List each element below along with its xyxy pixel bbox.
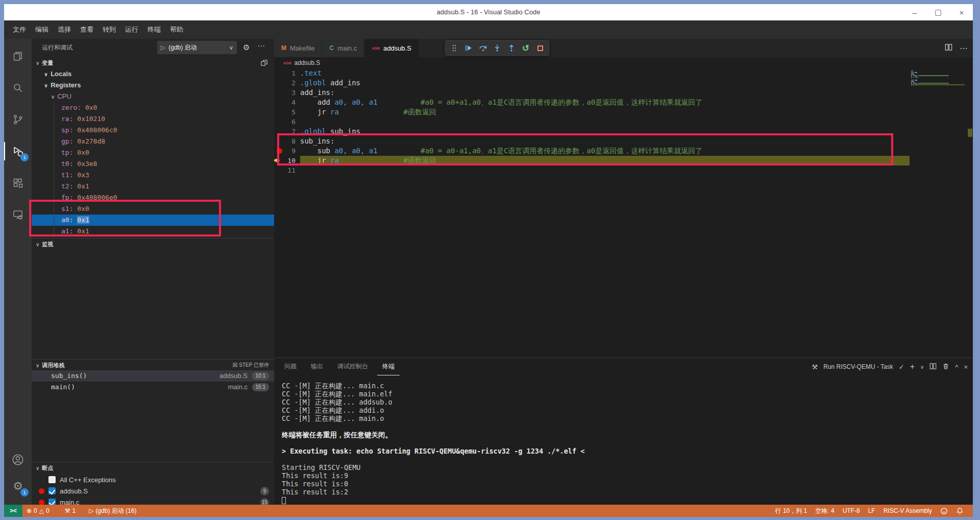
title-bar[interactable]: addsub.S - 16 - Visual Studio Code – ▢ × — [4, 4, 973, 20]
code-line[interactable]: 6 — [274, 117, 910, 127]
code-line[interactable]: 2.globl add_ins — [274, 78, 910, 88]
register-row[interactable]: a1: 0x1 — [32, 226, 274, 237]
stack-frame-row[interactable]: main()main.c15:1 — [32, 382, 274, 393]
minimap[interactable] — [911, 70, 965, 87]
menu-item[interactable]: 查看 — [76, 20, 98, 39]
menu-item[interactable]: 运行 — [120, 20, 143, 39]
launch-config-dropdown[interactable]: ▷ (gdb) 启动 ∨ — [157, 41, 237, 54]
registers-tree-item[interactable]: ∨Registers — [32, 80, 274, 91]
maximize-panel-icon[interactable]: ^ — [955, 363, 958, 371]
tab-main-c[interactable]: Cmain.c — [322, 39, 364, 57]
code-line[interactable]: 10 jr ra #函数返回 — [274, 156, 910, 166]
encoding-status[interactable]: UTF-8 — [839, 505, 864, 517]
editor-gutter[interactable]: 2 — [274, 78, 300, 88]
tab-makefile[interactable]: MMakefile — [274, 39, 322, 57]
register-row[interactable]: gp: 0x278d8 — [32, 136, 274, 147]
restart-icon[interactable]: ↺ — [520, 42, 531, 54]
editor-gutter[interactable]: 1 — [274, 68, 300, 78]
step-out-icon[interactable] — [506, 42, 517, 54]
menu-item[interactable]: 终端 — [143, 20, 165, 39]
run-debug-icon[interactable]: 1 — [4, 139, 32, 163]
breakpoint-row[interactable]: main.c15 — [32, 497, 274, 505]
more-actions-icon[interactable]: ⋯ — [257, 41, 265, 51]
call-stack-section-header[interactable]: ∨调用堆栈 因 STEP 已暂停 — [32, 359, 274, 370]
cpu-tree-item[interactable]: ∨CPU — [32, 91, 274, 102]
editor-gutter[interactable]: 8 — [274, 136, 300, 146]
register-row[interactable]: fp: 0x408006e0 — [32, 192, 274, 203]
register-row[interactable]: t0: 0x3e8 — [32, 158, 274, 170]
split-editor-icon[interactable] — [945, 43, 952, 53]
editor-gutter[interactable]: 5 — [274, 107, 300, 117]
locals-tree-item[interactable]: ∨Locals — [32, 68, 274, 80]
terminal-output[interactable]: CC -[M] 正在构建... main.cCC -[M] 正在构建... ma… — [282, 382, 963, 505]
split-terminal-icon[interactable] — [929, 363, 937, 371]
terminal-task-label[interactable]: Run RISCV-QEMU - Task — [823, 363, 893, 370]
language-mode-status[interactable]: RISC-V Assembly — [879, 505, 936, 517]
tasks-status[interactable]: ⚒1 — [61, 505, 80, 517]
minimize-icon[interactable]: – — [911, 8, 919, 17]
maximize-icon[interactable]: ▢ — [934, 8, 942, 17]
source-control-icon[interactable] — [4, 107, 32, 132]
code-line[interactable]: 9 sub a0, a0, a1 #a0 = a0-a1,a0、a1是C语言调用… — [274, 146, 910, 156]
register-row[interactable]: tp: 0x0 — [32, 147, 274, 158]
close-panel-icon[interactable]: × — [964, 363, 968, 371]
indentation-status[interactable]: 空格: 4 — [811, 505, 838, 517]
menu-item[interactable]: 文件 — [8, 20, 31, 39]
continue-icon[interactable] — [463, 42, 474, 54]
breakpoint-icon[interactable] — [277, 148, 282, 154]
menu-item[interactable]: 帮助 — [165, 20, 188, 39]
new-terminal-icon[interactable]: + — [910, 362, 915, 371]
eol-status[interactable]: LF — [864, 505, 879, 517]
editor-gutter[interactable]: 6 — [274, 117, 300, 127]
watch-section-header[interactable]: ∨监视 — [32, 238, 274, 249]
breadcrumb[interactable]: ASM addsub.S — [274, 57, 973, 68]
code-line[interactable]: 3add_ins: — [274, 88, 910, 98]
problems-status[interactable]: ⊗0 △0 — [22, 505, 54, 517]
more-actions-icon[interactable]: ⋯ — [960, 43, 968, 53]
panel-tab-终端[interactable]: 终端 — [377, 358, 400, 375]
register-row[interactable]: sp: 0x408006c0 — [32, 125, 274, 136]
register-row[interactable]: ra: 0x10210 — [32, 113, 274, 125]
editor-gutter[interactable]: 4 — [274, 98, 300, 107]
code-line[interactable]: 4 add a0, a0, a1 #a0 = a0+a1,a0、a1是C语言调用… — [274, 98, 910, 107]
code-line[interactable]: 1.text — [274, 68, 910, 78]
cursor-position[interactable]: 行 10，列 1 — [771, 505, 812, 517]
register-row[interactable]: a0: 0x1 — [32, 215, 274, 226]
stop-icon[interactable] — [534, 42, 546, 54]
panel-tab-调试控制台[interactable]: 调试控制台 — [332, 358, 373, 375]
search-icon[interactable] — [4, 76, 32, 100]
remote-explorer-icon[interactable] — [4, 202, 32, 227]
editor-gutter[interactable]: 7 — [274, 127, 300, 136]
code-line[interactable]: 8sub_ins: — [274, 136, 910, 146]
breakpoint-row[interactable]: All C++ Exceptions — [32, 474, 274, 485]
breakpoints-section-header[interactable]: ∨断点 — [32, 462, 274, 473]
debug-target-status[interactable]: ▷(gdb) 启动 (16) — [85, 505, 140, 517]
code-line[interactable]: 7.globl sub_ins — [274, 127, 910, 136]
accounts-icon[interactable] — [4, 447, 32, 472]
menu-item[interactable]: 编辑 — [31, 20, 53, 39]
editor-gutter[interactable]: 9 — [274, 146, 300, 156]
feedback-icon[interactable] — [936, 507, 952, 515]
menu-item[interactable]: 选择 — [53, 20, 76, 39]
stack-frame-row[interactable]: sub_ins()addsub.S10:1 — [32, 370, 274, 382]
remote-indicator[interactable]: >< — [4, 505, 22, 517]
variables-section-header[interactable]: ∨变量 — [32, 57, 274, 68]
breakpoint-checkbox[interactable] — [48, 476, 56, 483]
code-editor[interactable]: 1.text2.globl add_ins3add_ins:4 add a0, … — [274, 68, 973, 358]
close-icon[interactable]: × — [958, 8, 966, 17]
register-row[interactable]: zero: 0x0 — [32, 102, 274, 113]
editor-gutter[interactable]: 10 — [274, 156, 300, 166]
breakpoint-row[interactable]: addsub.S9 — [32, 485, 274, 497]
settings-gear-icon[interactable]: ⚙ 1 — [4, 474, 32, 499]
code-line[interactable]: 11 — [274, 166, 910, 175]
register-row[interactable]: t2: 0x1 — [32, 181, 274, 192]
debug-settings-gear-icon[interactable]: ⚙ — [243, 43, 250, 52]
breakpoint-checkbox[interactable] — [48, 499, 56, 505]
extensions-icon[interactable] — [4, 171, 32, 195]
panel-tab-问题[interactable]: 问题 — [279, 358, 302, 375]
terminal-dropdown-icon[interactable]: ∨ — [920, 364, 924, 370]
notifications-bell-icon[interactable] — [952, 507, 968, 515]
kill-terminal-icon[interactable] — [942, 363, 949, 371]
code-line[interactable]: 5 jr ra #函数返回 — [274, 107, 910, 117]
editor-gutter[interactable]: 11 — [274, 166, 300, 175]
